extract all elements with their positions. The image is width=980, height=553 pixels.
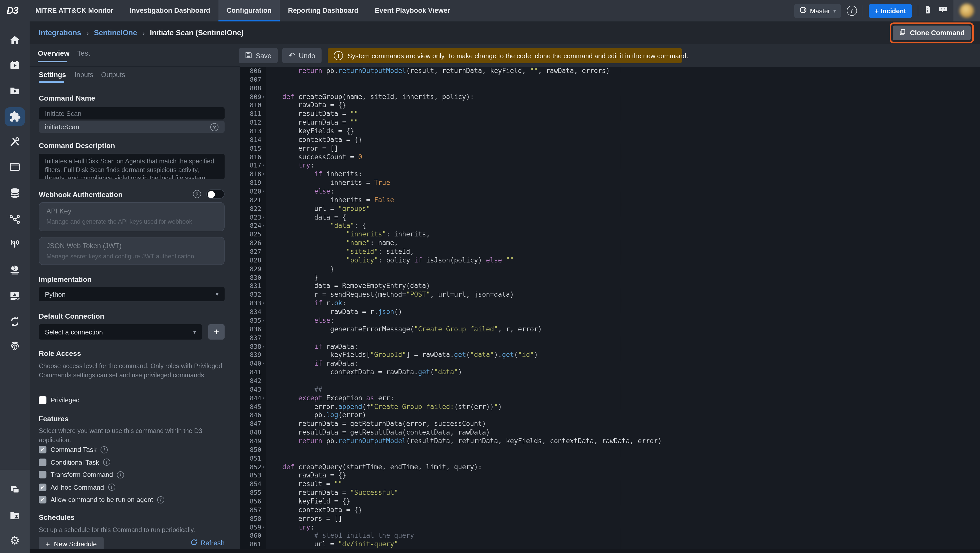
tab-overview[interactable]: Overview — [38, 49, 70, 57]
nav-item-configuration[interactable]: Configuration — [218, 0, 280, 21]
fold-arrow-icon[interactable]: ▾ — [262, 343, 265, 351]
new-schedule-button[interactable]: + New Schedule — [39, 537, 104, 549]
fold-arrow-icon[interactable]: ▾ — [262, 162, 265, 170]
clone-highlight-annotation: Clone Command — [889, 22, 974, 43]
fold-arrow-icon[interactable]: ▾ — [262, 299, 265, 308]
fold-arrow-icon[interactable]: ▾ — [262, 317, 265, 325]
info-icon[interactable]: i — [157, 496, 164, 503]
api-key-card[interactable]: API Key Manage and generate the API keys… — [39, 202, 224, 231]
add-connection-button[interactable]: + — [208, 324, 224, 339]
sidebar-item-integrations-icon[interactable] — [5, 107, 25, 126]
sidebar-item-sync-icon[interactable] — [9, 316, 21, 328]
avatar — [959, 3, 974, 18]
undo-button[interactable]: ↶ Undo — [282, 48, 321, 63]
webhook-auth-toggle[interactable] — [206, 190, 224, 199]
save-icon — [245, 51, 252, 60]
jwt-card[interactable]: JSON Web Token (JWT) Manage secret keys … — [39, 237, 224, 265]
code-editor[interactable]: 806return pb.returnOutputModel(result, r… — [240, 67, 980, 549]
feature-row-conditional-task[interactable]: Conditional Taski — [39, 458, 110, 466]
sidebar-item-settings-gear-icon[interactable]: ⚙ — [9, 535, 21, 547]
feature-row-transform-command[interactable]: Transform Commandi — [39, 471, 124, 478]
implementation-select[interactable]: Python ▾ — [39, 287, 224, 301]
jwt-title: JSON Web Token (JWT) — [46, 242, 217, 250]
nav-item-event-playbook-viewer[interactable]: Event Playbook Viewer — [367, 0, 458, 21]
site-selector[interactable]: Master ▾ — [794, 4, 841, 18]
site-selector-label: Master — [810, 7, 830, 14]
line-number: 855 — [240, 489, 261, 497]
sidebar-item-globe-report-icon[interactable] — [9, 264, 21, 276]
sidebar-item-utility-tools-icon[interactable] — [9, 136, 21, 148]
fold-arrow-icon[interactable]: ▾ — [262, 170, 265, 179]
breadcrumb-sentinelone[interactable]: SentinelOne — [94, 29, 137, 37]
save-button[interactable]: Save — [239, 48, 278, 63]
breadcrumb-separator-icon: › — [86, 28, 89, 37]
feature-row-allow-command-to-be-run-on-agent[interactable]: ✓Allow command to be run on agenti — [39, 496, 164, 504]
info-icon[interactable]: i — [847, 6, 857, 16]
privileged-checkbox-row[interactable]: Privileged — [39, 396, 80, 404]
new-incident-button[interactable]: + Incident — [869, 4, 912, 18]
sidebar-item-incident-report-icon[interactable] — [9, 290, 21, 302]
fold-arrow-icon[interactable]: ▾ — [262, 187, 265, 196]
feature-row-ad-hoc-command[interactable]: ✓Ad-hoc Commandi — [39, 483, 115, 491]
fold-arrow-icon[interactable]: ▾ — [262, 463, 265, 472]
checkbox-checked[interactable]: ✓ — [39, 483, 46, 491]
fold-arrow-icon[interactable]: ▾ — [262, 222, 265, 231]
fold-arrow-icon[interactable]: ▾ — [262, 360, 265, 368]
tab-test[interactable]: Test — [77, 49, 90, 57]
breadcrumb-separator-icon: › — [142, 28, 145, 37]
help-icon[interactable]: ? — [193, 190, 201, 198]
code-line-859: 859▾try: — [240, 523, 980, 532]
sidebar-item-broadcast-icon[interactable] — [9, 237, 21, 250]
info-icon[interactable]: i — [108, 484, 115, 491]
info-icon[interactable]: i — [117, 471, 124, 478]
command-name-input[interactable]: Initiate Scan — [39, 107, 224, 120]
code-line-834: 834rawData = r.json() — [240, 308, 980, 317]
privileged-label: Privileged — [51, 396, 80, 404]
undo-label: Undo — [299, 52, 315, 59]
fold-arrow-icon[interactable]: ▾ — [262, 394, 265, 403]
chat-icon[interactable] — [938, 5, 948, 16]
line-number: 849 — [240, 437, 261, 446]
sidebar-item-contacts-folder-icon[interactable] — [9, 509, 21, 521]
privileged-checkbox[interactable] — [39, 396, 46, 404]
connection-select[interactable]: Select a connection ▾ — [39, 324, 202, 339]
help-icon[interactable]: ? — [210, 123, 218, 131]
sidebar-item-banner-frame-icon[interactable] — [9, 161, 21, 173]
clone-command-button[interactable]: Clone Command — [892, 25, 971, 40]
user-avatar[interactable] — [953, 0, 980, 21]
sidebar-item-network-nodes-icon[interactable] — [9, 213, 21, 225]
sidebar-item-playbook-icon[interactable] — [9, 84, 21, 97]
line-number: 850 — [240, 446, 261, 454]
nav-item-reporting-dashboard[interactable]: Reporting Dashboard — [280, 0, 367, 21]
fold-arrow-icon[interactable]: ▾ — [262, 523, 265, 532]
checkbox-checked[interactable]: ✓ — [39, 446, 46, 453]
checkbox-unchecked[interactable] — [39, 471, 46, 478]
sidebar-item-fingerprint-icon[interactable] — [9, 340, 21, 352]
fold-arrow-icon[interactable]: ▾ — [262, 93, 265, 101]
info-icon[interactable]: i — [100, 446, 108, 453]
notes-icon[interactable] — [924, 5, 932, 17]
checkbox-checked[interactable]: ✓ — [39, 496, 46, 504]
line-number: 829 — [240, 265, 261, 274]
line-number: 836 — [240, 325, 261, 334]
checkbox-unchecked[interactable] — [39, 458, 46, 466]
line-number: 861 — [240, 540, 261, 549]
refresh-link[interactable]: Refresh — [190, 539, 224, 547]
subtab-settings[interactable]: Settings — [39, 71, 66, 79]
info-icon[interactable]: i — [103, 459, 110, 466]
feature-row-command-task[interactable]: ✓Command Taski — [39, 446, 108, 453]
sidebar-item-home-icon[interactable] — [9, 34, 21, 46]
breadcrumb-integrations[interactable]: Integrations — [39, 29, 81, 37]
sidebar-item-windows-icon[interactable] — [9, 484, 21, 496]
subtab-outputs[interactable]: Outputs — [101, 71, 125, 79]
command-description-textarea[interactable]: Initiates a Full Disk Scan on Agents tha… — [39, 154, 224, 179]
nav-item-mitre-att-ck-monitor[interactable]: MITRE ATT&CK Monitor — [27, 0, 122, 21]
code-line-851: 851 — [240, 454, 980, 463]
subtab-inputs[interactable]: Inputs — [75, 71, 94, 79]
sidebar-item-database-icon[interactable] — [9, 187, 21, 199]
code-line-810: 810rawData = {} — [240, 101, 980, 110]
nav-item-investigation-dashboard[interactable]: Investigation Dashboard — [122, 0, 218, 21]
sidebar-item-calendar-play-icon[interactable] — [9, 59, 21, 72]
line-number: 837 — [240, 334, 261, 343]
fold-arrow-icon[interactable]: ▾ — [262, 213, 265, 222]
